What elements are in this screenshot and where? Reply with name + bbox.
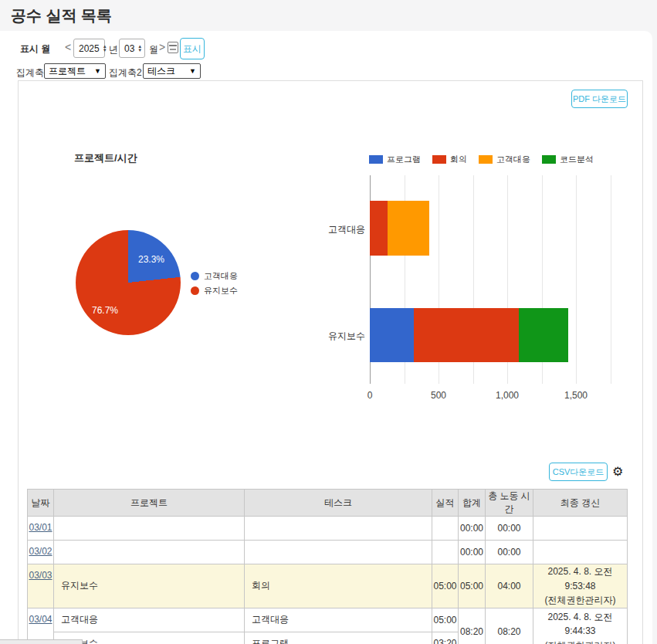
pie-legend: 고객대응유지보수 — [191, 270, 238, 297]
table-row: 03/04고객대응고객대응05:0008:2008:202025. 4. 8. … — [28, 608, 628, 632]
bar-category-label: 고객대응 — [315, 223, 365, 236]
pie-legend-item: 고객대응 — [191, 270, 238, 282]
column-header: 테스크 — [245, 490, 432, 517]
cell-actual: 03:20 — [432, 632, 459, 644]
page: 공수 실적 목록 표시 월 < 2025 ▲▼ 년 03 ▲▼ 월 > 표시 집… — [0, 0, 657, 644]
cell-work-time: 00:00 — [486, 517, 533, 541]
page-title: 공수 실적 목록 — [11, 5, 112, 26]
table-row: 03/03유지보수회의05:0005:0004:002025. 4. 8. 오전… — [28, 564, 628, 608]
cell-actual: 05:00 — [432, 608, 459, 632]
legend-swatch-icon — [479, 155, 493, 164]
cell-last-updated: 2025. 4. 8. 오전 9:53:48(전체권한관리자) — [533, 564, 628, 608]
cell-task: 고객대응 — [245, 608, 432, 632]
cell-last-updated: 2025. 4. 8. 오전 9:44:33(전체권한관리자) — [533, 608, 628, 644]
cell-total: 05:00 — [459, 564, 486, 608]
axis1-select[interactable]: 프로젝트 ▼ — [44, 63, 106, 79]
column-header: 최종 갱신 — [533, 490, 628, 517]
year-suffix-label: 년 — [109, 43, 118, 56]
table-row: 03/0200:0000:00 — [28, 541, 628, 564]
pie-chart-title: 프로젝트/시간 — [74, 151, 137, 165]
spinner-arrows-icon[interactable]: ▲▼ — [137, 45, 142, 53]
month-suffix-label: 월 — [149, 43, 158, 56]
gridline — [576, 175, 577, 384]
bar-plot: 고객대응유지보수05001,0001,500 — [370, 175, 643, 384]
bar-segment — [414, 308, 519, 362]
chevron-down-icon: ▼ — [189, 67, 196, 75]
x-axis-tick-label: 0 — [367, 390, 373, 401]
cell-total: 08:20 — [459, 608, 486, 644]
date-link[interactable]: 03/03 — [29, 570, 52, 581]
bar-segment — [370, 308, 414, 362]
cell-task: 프로그램 — [245, 632, 432, 644]
column-header: 총 노동 시간 — [486, 490, 533, 517]
legend-dot-icon — [191, 272, 199, 280]
month-value: 03 — [124, 43, 134, 54]
column-header: 합계 — [459, 490, 486, 517]
gear-icon[interactable]: ⚙ — [612, 464, 623, 479]
cell-work-time: 04:00 — [486, 564, 533, 608]
date-link[interactable]: 03/01 — [29, 522, 52, 533]
last-updated-time: 2025. 4. 8. 오전 9:53:48 — [533, 564, 627, 593]
x-axis-tick-label: 1,000 — [496, 390, 519, 401]
cell-total: 00:00 — [459, 517, 486, 541]
legend-label: 고객대응 — [204, 270, 238, 282]
cell-actual — [432, 541, 459, 564]
status-bubble — [0, 639, 83, 644]
axis2-select[interactable]: 테스크 ▼ — [143, 63, 201, 79]
date-link[interactable]: 03/04 — [29, 614, 52, 625]
cell-date: 03/01 — [28, 517, 54, 541]
bar-legend-item: 코드분석 — [542, 154, 594, 165]
cell-date: 03/02 — [28, 541, 54, 564]
legend-swatch-icon — [542, 155, 556, 164]
legend-dot-icon — [191, 286, 199, 295]
month-spinner[interactable]: 03 ▲▼ — [119, 39, 145, 58]
axis1-value: 프로젝트 — [49, 65, 86, 78]
cell-total: 00:00 — [459, 541, 486, 564]
display-month-label: 표시 월 — [20, 42, 50, 56]
cell-date: 03/04 — [28, 608, 54, 644]
legend-label: 고객대응 — [496, 154, 530, 165]
csv-download-button[interactable]: CSV다운로드 — [549, 463, 608, 481]
column-header: 날짜 — [28, 490, 54, 517]
pie-percent-label: 76.7% — [92, 305, 118, 316]
bar-segment — [388, 201, 429, 256]
legend-label: 유지보수 — [204, 285, 238, 297]
date-link[interactable]: 03/02 — [29, 546, 52, 557]
table-body: 03/0100:0000:0003/0200:0000:0003/03유지보수회… — [28, 517, 628, 644]
cell-actual: 05:00 — [432, 564, 459, 608]
bar-legend-item: 고객대응 — [479, 154, 530, 165]
results-table: 날짜프로젝트테스크실적합계총 노동 시간최종 갱신 03/0100:0000:0… — [27, 489, 628, 644]
cell-task — [245, 517, 432, 541]
bar-category-label: 유지보수 — [315, 330, 365, 343]
calendar-icon[interactable] — [168, 42, 178, 53]
cell-project: 유지보수 — [54, 564, 245, 608]
table-header-row: 날짜프로젝트테스크실적합계총 노동 시간최종 갱신 — [28, 490, 628, 517]
table-row: 03/0100:0000:00 — [28, 517, 628, 541]
column-header: 실적 — [432, 490, 459, 517]
pdf-download-button[interactable]: PDF 다운로드 — [571, 90, 628, 108]
last-updated-time: 2025. 4. 8. 오전 9:44:33 — [533, 610, 627, 639]
cell-project: 고객대응 — [54, 608, 245, 632]
next-month-icon[interactable]: > — [159, 41, 165, 53]
chevron-down-icon: ▼ — [94, 67, 101, 75]
cell-last-updated — [533, 517, 628, 541]
show-button[interactable]: 표시 — [180, 38, 205, 59]
cell-project — [54, 517, 245, 541]
spinner-arrows-icon[interactable]: ▲▼ — [103, 45, 107, 53]
x-axis-tick-label: 500 — [431, 390, 446, 401]
year-spinner[interactable]: 2025 ▲▼ — [73, 39, 105, 58]
prev-month-icon[interactable]: < — [65, 41, 71, 53]
last-updated-by: (전체권한관리자) — [533, 593, 627, 608]
cell-project — [54, 541, 245, 564]
legend-label: 코드분석 — [560, 154, 594, 165]
cell-last-updated — [533, 541, 628, 564]
column-header: 프로젝트 — [54, 490, 245, 517]
bar-legend-item: 회의 — [432, 154, 467, 165]
bar-legend: 프로그램회의고객대응코드분석 — [369, 154, 594, 165]
cell-date: 03/03 — [28, 564, 54, 608]
pie-chart — [76, 230, 181, 335]
bar-segment — [519, 308, 568, 362]
legend-swatch-icon — [432, 155, 446, 164]
legend-swatch-icon — [369, 155, 383, 164]
legend-label: 프로그램 — [387, 154, 421, 165]
